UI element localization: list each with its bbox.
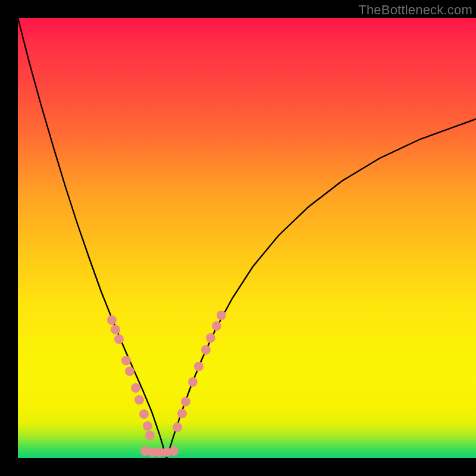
marker-dot [145,431,155,440]
plot-area [18,18,476,458]
marker-dot [201,345,211,355]
marker-dot [181,397,190,406]
chart-svg [18,18,476,458]
marker-dot [188,377,198,387]
marker-dot [114,334,124,344]
marker-dot [173,422,182,432]
curve-right [167,119,476,458]
chart-stage: TheBottleneck.com [0,0,476,476]
marker-dot [143,421,152,431]
marker-dot [162,447,171,457]
curve-left [18,18,167,458]
marker-dot [169,446,178,456]
marker-dot [212,321,221,331]
marker-dot [140,446,150,456]
marker-dot [107,315,117,325]
marker-dot [131,383,140,393]
marker-dot [125,367,134,376]
marker-dot [139,409,149,419]
marker-group [107,311,226,457]
marker-dot [217,311,226,320]
watermark-text: TheBottleneck.com [358,2,472,18]
marker-dot [194,362,203,371]
marker-dot [134,395,144,405]
marker-dot [155,447,164,457]
marker-dot [121,356,131,365]
marker-dot [148,447,157,457]
marker-dot [111,325,120,334]
marker-dot [206,333,215,343]
marker-dot [177,409,187,418]
